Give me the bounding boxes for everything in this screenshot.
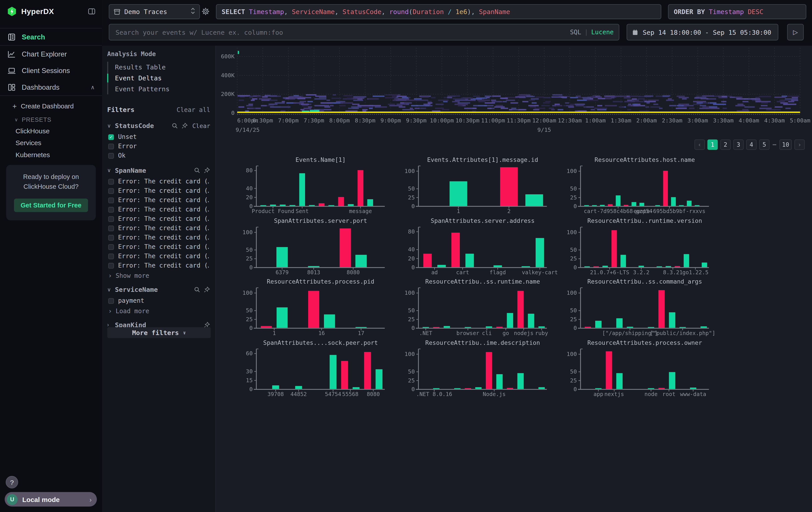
- filter-option[interactable]: Error: The credit card (…: [102, 223, 215, 233]
- filter-group-header[interactable]: ∨SpanName: [102, 163, 215, 177]
- select-query-input[interactable]: SELECT Timestamp, ServiceName, StatusCod…: [216, 4, 661, 19]
- checkbox[interactable]: [108, 179, 114, 184]
- sidebar-item-dashboards[interactable]: Dashboards∧: [0, 79, 102, 96]
- filter-option-label: Unset: [118, 133, 137, 141]
- pin-icon[interactable]: [203, 286, 210, 293]
- filter-option[interactable]: Error: The credit card (…: [102, 242, 215, 251]
- filter-option[interactable]: Error: The credit card (…: [102, 214, 215, 223]
- filter-option[interactable]: ✓Unset: [102, 132, 215, 141]
- search-input[interactable]: [115, 28, 566, 37]
- filter-option[interactable]: Error: The credit card (…: [102, 251, 215, 261]
- svg-text:25: 25: [408, 316, 415, 323]
- query-token: round: [389, 8, 409, 16]
- chevron-down-icon: ∨: [183, 330, 186, 335]
- more-filters-button[interactable]: More filters ∨: [107, 327, 211, 338]
- search-icon[interactable]: [194, 167, 200, 173]
- checkbox[interactable]: [108, 253, 114, 259]
- mini-chart-c10: SpanAttributes....sock.peer.port60301503…: [231, 339, 389, 398]
- filter-option[interactable]: Error: The credit card (…: [102, 177, 215, 186]
- svg-text:100: 100: [404, 350, 415, 357]
- create-dashboard-label: Create Dashboard: [21, 103, 74, 110]
- filter-option[interactable]: Error: The credit card (…: [102, 261, 215, 270]
- filter-option[interactable]: Error: The credit card (…: [102, 205, 215, 214]
- pin-icon[interactable]: [181, 123, 188, 129]
- date-range-picker[interactable]: Sep 14 18:00:00 - Sep 15 05:30:00: [627, 24, 778, 41]
- query-token: ,: [335, 8, 342, 16]
- presets-toggle[interactable]: ∨ PRESETS: [0, 111, 102, 125]
- preset-item-kubernetes[interactable]: Kubernetes: [0, 149, 102, 161]
- svg-text:0: 0: [411, 325, 415, 331]
- pagination-page-2[interactable]: 2: [720, 140, 731, 150]
- checkbox[interactable]: [108, 153, 114, 159]
- gear-icon[interactable]: [201, 7, 210, 18]
- checkbox[interactable]: [108, 225, 114, 231]
- lucene-mode-button[interactable]: Lucene: [591, 28, 614, 36]
- sql-mode-button[interactable]: SQL: [570, 28, 581, 36]
- checkbox[interactable]: [108, 197, 114, 203]
- checkbox[interactable]: [108, 143, 114, 149]
- checkbox[interactable]: [108, 188, 114, 194]
- filter-option[interactable]: Error: [102, 141, 215, 151]
- svg-text:11:30pm: 11:30pm: [507, 117, 531, 124]
- clear-group-button[interactable]: Clear: [192, 122, 210, 129]
- preset-item-services[interactable]: Services: [0, 137, 102, 149]
- filter-group-header[interactable]: ∨ServiceName: [102, 282, 215, 296]
- checkbox[interactable]: [108, 298, 114, 304]
- create-dashboard-button[interactable]: + Create Dashboard: [0, 96, 102, 111]
- search-icon[interactable]: [194, 286, 200, 293]
- checkbox[interactable]: [108, 207, 114, 212]
- filter-option[interactable]: Ok: [102, 151, 215, 160]
- filter-option[interactable]: payment: [102, 296, 215, 305]
- more-filters-label: More filters: [132, 329, 179, 336]
- svg-text:55568: 55568: [342, 391, 359, 397]
- pagination-page-3[interactable]: 3: [733, 140, 744, 150]
- analysis-mode-event-patterns[interactable]: Event Patterns: [108, 83, 215, 95]
- svg-text:3.2.2: 3.2.2: [633, 269, 649, 275]
- presets-label: PRESETS: [22, 117, 51, 123]
- analysis-mode-event-deltas[interactable]: Event Deltas: [108, 73, 215, 83]
- checkbox-checked[interactable]: ✓: [108, 134, 114, 140]
- order-by-input[interactable]: ORDER BY Timestamp DESC: [668, 4, 807, 19]
- svg-text:100: 100: [567, 168, 577, 174]
- show-more-button[interactable]: ›Show more: [102, 270, 215, 279]
- pagination-page-4[interactable]: 4: [746, 140, 757, 150]
- pagination-prev-button[interactable]: ‹: [694, 140, 705, 150]
- filter-option[interactable]: Error: The credit card (…: [102, 195, 215, 205]
- pagination-next-button[interactable]: ›: [794, 140, 805, 150]
- checkbox[interactable]: [108, 244, 114, 250]
- pagination-page-last[interactable]: 10: [780, 140, 792, 150]
- pin-icon[interactable]: [203, 167, 210, 173]
- checkbox[interactable]: [108, 263, 114, 268]
- sidebar-item-chart-explorer[interactable]: Chart Explorer: [0, 46, 102, 62]
- clear-all-button[interactable]: Clear all: [177, 106, 210, 113]
- filter-option[interactable]: Error: The credit card (…: [102, 186, 215, 195]
- get-started-button[interactable]: Get Started for Free: [14, 198, 88, 212]
- calendar-icon: [632, 29, 638, 35]
- mini-chart-c2: Events.Attributes[1].message.id100502501…: [394, 156, 551, 215]
- preset-item-clickhouse[interactable]: ClickHouse: [0, 125, 102, 137]
- load-more-button[interactable]: ›Load more: [102, 305, 215, 315]
- filter-group-header[interactable]: ∨StatusCodeClear: [102, 119, 215, 132]
- local-mode-button[interactable]: U Local mode ›: [5, 492, 97, 507]
- svg-text:8:30pm: 8:30pm: [355, 117, 376, 124]
- analysis-mode-results-table[interactable]: Results Table: [108, 62, 215, 73]
- pagination-page-1[interactable]: 1: [707, 140, 718, 150]
- svg-text:0: 0: [411, 385, 415, 392]
- source-select[interactable]: Demo Traces: [109, 4, 200, 19]
- checkbox[interactable]: [108, 235, 114, 240]
- search-icon[interactable]: [172, 123, 178, 129]
- pagination-page-5[interactable]: 5: [759, 140, 770, 150]
- sidebar-item-search[interactable]: Search: [0, 28, 102, 46]
- svg-text:0: 0: [574, 264, 577, 270]
- filter-group-statuscode: ∨StatusCodeClear✓UnsetErrorOk: [102, 119, 215, 160]
- sidebar-item-client-sessions[interactable]: Client Sessions: [0, 62, 102, 79]
- svg-text:25: 25: [570, 255, 577, 262]
- run-query-button[interactable]: ▷: [787, 24, 804, 41]
- svg-text:cli: cli: [482, 330, 492, 336]
- filter-option-label: Error: The credit card (…: [118, 206, 209, 213]
- checkbox[interactable]: [108, 216, 114, 222]
- collapse-sidebar-icon[interactable]: [88, 7, 96, 16]
- help-button[interactable]: ?: [6, 476, 18, 488]
- filter-option[interactable]: Error: The credit card (…: [102, 233, 215, 242]
- svg-text:16: 16: [318, 330, 325, 336]
